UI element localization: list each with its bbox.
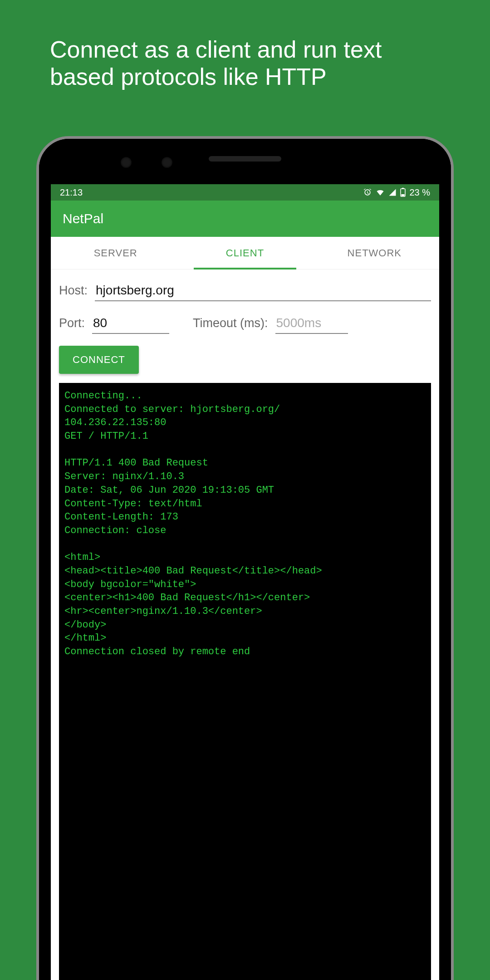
- status-bar: 21:13 23 %: [51, 184, 439, 201]
- signal-icon: [388, 188, 397, 196]
- tab-client[interactable]: CLIENT: [180, 237, 309, 269]
- battery-percent: 23 %: [409, 187, 430, 198]
- tab-label: SERVER: [94, 247, 137, 259]
- host-label: Host:: [59, 284, 88, 298]
- svg-rect-1: [402, 188, 404, 189]
- tab-network[interactable]: NETWORK: [310, 237, 439, 269]
- status-time: 21:13: [60, 187, 83, 198]
- battery-icon: [400, 188, 406, 197]
- app-title: NetPal: [63, 211, 103, 226]
- phone-side-button: [452, 425, 454, 452]
- terminal-output[interactable]: Connecting... Connected to server: hjort…: [59, 383, 431, 980]
- tab-label: CLIENT: [226, 247, 264, 259]
- app-bar: NetPal: [51, 201, 439, 237]
- phone-notch: [39, 139, 451, 183]
- port-label: Port:: [59, 316, 85, 330]
- timeout-input[interactable]: [275, 313, 348, 334]
- phone-frame: 21:13 23 %: [36, 136, 454, 980]
- svg-rect-2: [402, 194, 405, 196]
- connect-button[interactable]: CONNECT: [59, 346, 139, 374]
- host-input[interactable]: [95, 280, 431, 301]
- phone-side-button: [452, 493, 454, 602]
- tab-label: NETWORK: [348, 247, 402, 259]
- tab-bar: SERVER CLIENT NETWORK: [51, 237, 439, 270]
- client-panel: Host: Port: Timeout (ms): CONNECT Connec…: [51, 270, 439, 980]
- tab-server[interactable]: SERVER: [51, 237, 180, 269]
- alarm-icon: [363, 188, 372, 197]
- app-screen: 21:13 23 %: [51, 184, 439, 980]
- timeout-label: Timeout (ms):: [193, 316, 268, 330]
- port-input[interactable]: [92, 313, 169, 334]
- promo-heading: Connect as a client and run text based p…: [0, 0, 490, 91]
- wifi-icon: [376, 188, 385, 197]
